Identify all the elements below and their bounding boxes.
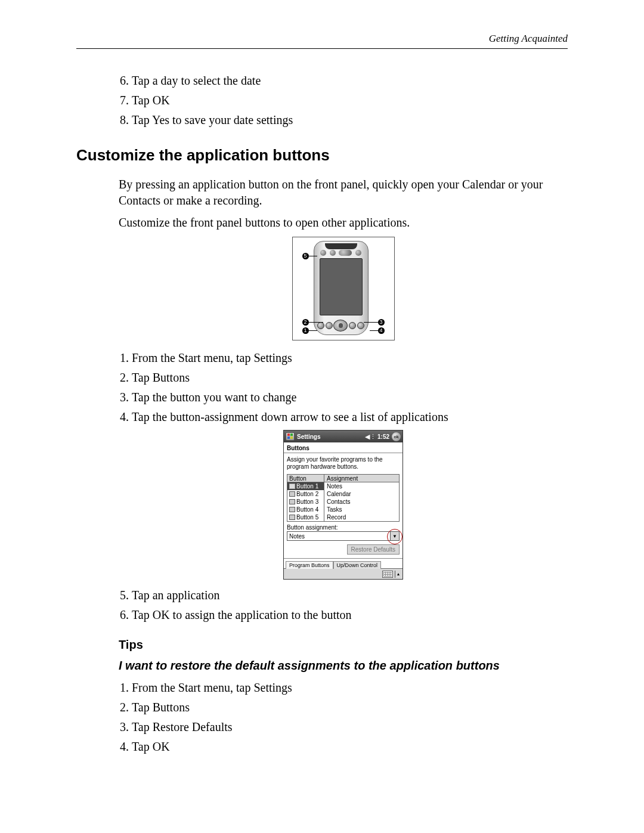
cell-assignment: Calendar <box>324 491 399 497</box>
cell-assignment: Contacts <box>324 498 399 505</box>
button-assignment-table: Button Assignment Button 1NotesButton 2C… <box>287 474 400 522</box>
row-icon <box>289 491 295 497</box>
table-row[interactable]: Button 3Contacts <box>287 498 399 506</box>
list-item: Tap Yes to save your date settings <box>132 112 568 128</box>
row-icon <box>289 499 295 504</box>
chevron-down-icon[interactable]: ▼ <box>390 532 399 540</box>
cell-button: Button 3 <box>287 498 324 506</box>
table-row[interactable]: Button 1Notes <box>287 482 399 490</box>
section-label: Buttons <box>284 442 402 453</box>
cell-assignment: Tasks <box>324 506 399 513</box>
settings-screenshot-figure: Settings ◀⋮ 1:52 ok Buttons Assign your … <box>119 430 568 580</box>
tab-up-down-control[interactable]: Up/Down Control <box>333 561 382 569</box>
speaker-icon[interactable]: ◀⋮ <box>365 433 376 441</box>
start-flag-icon[interactable] <box>286 432 295 441</box>
titlebar-title: Settings <box>297 433 365 440</box>
list-item: Tap Buttons <box>132 370 568 386</box>
sip-up-icon[interactable]: ▴ <box>395 571 401 578</box>
table-row[interactable]: Button 2Calendar <box>287 490 399 498</box>
tips-heading: Tips <box>119 638 568 652</box>
device-figure: 5 2 1 3 4 <box>119 237 568 343</box>
svg-rect-0 <box>287 433 290 436</box>
ok-button[interactable]: ok <box>392 432 401 441</box>
list-item: Tap Restore Defaults <box>132 719 568 735</box>
cell-assignment: Record <box>324 514 399 521</box>
device-body <box>314 241 369 335</box>
section-heading: Customize the application buttons <box>76 146 568 165</box>
col-header-button: Button <box>287 475 324 482</box>
keyboard-icon[interactable] <box>382 571 393 578</box>
button-assignment-label: Button assignment: <box>284 522 402 531</box>
list-item: Tap OK to assign the application to the … <box>132 607 568 623</box>
svg-rect-2 <box>287 436 290 439</box>
callout-5: 5 <box>302 253 309 259</box>
intro-paragraph-2: Customize the front panel buttons to ope… <box>119 215 568 231</box>
callout-4: 4 <box>378 327 385 334</box>
cell-button: Button 4 <box>287 506 324 513</box>
instruction-text: Assign your favorite programs to the pro… <box>284 453 402 474</box>
cell-assignment: Notes <box>324 483 399 490</box>
steps-list-customize: From the Start menu, tap SettingsTap But… <box>119 350 568 425</box>
callout-3: 3 <box>378 319 385 326</box>
list-item: Tap an application <box>132 587 568 603</box>
svg-rect-3 <box>290 436 293 439</box>
tab-program-buttons[interactable]: Program Buttons <box>286 561 333 569</box>
list-item: Tap the button-assignment down arrow to … <box>132 409 568 425</box>
cell-button: Button 2 <box>287 490 324 498</box>
titlebar-time: 1:52 <box>377 433 389 440</box>
callout-2: 2 <box>302 319 309 326</box>
table-header: Button Assignment <box>287 475 399 482</box>
table-row[interactable]: Button 5Record <box>287 513 399 521</box>
titlebar: Settings ◀⋮ 1:52 ok <box>284 431 402 442</box>
dropdown-value: Notes <box>287 533 390 540</box>
svg-rect-1 <box>290 433 293 436</box>
row-icon <box>289 507 295 512</box>
restore-defaults-button[interactable]: Restore Defaults <box>347 544 400 555</box>
callout-1: 1 <box>302 327 309 334</box>
bottom-bar: ▴ <box>284 568 402 579</box>
steps-list-tips: From the Start menu, tap SettingsTap But… <box>119 680 568 755</box>
list-item: Tap Buttons <box>132 699 568 716</box>
list-item: Tap OK <box>132 92 568 109</box>
row-icon <box>289 484 295 489</box>
list-item: From the Start menu, tap Settings <box>132 680 568 696</box>
intro-paragraph-1: By pressing an application button on the… <box>119 176 568 209</box>
button-assignment-dropdown[interactable]: Notes ▼ <box>287 531 400 541</box>
header-rule <box>76 48 568 49</box>
header-chapter-title: Getting Acquainted <box>76 33 568 45</box>
list-item: Tap OK <box>132 739 568 755</box>
col-header-assignment: Assignment <box>324 475 399 482</box>
row-icon <box>289 515 295 520</box>
table-row[interactable]: Button 4Tasks <box>287 506 399 513</box>
cell-button: Button 5 <box>287 513 324 521</box>
list-item: Tap the button you want to change <box>132 389 568 405</box>
list-item: Tap a day to select the date <box>132 73 568 89</box>
tab-strip: Program Buttons Up/Down Control <box>284 558 402 568</box>
cell-button: Button 1 <box>287 482 324 490</box>
steps-list-top: Tap a day to select the dateTap OKTap Ye… <box>119 73 568 128</box>
list-item: From the Start menu, tap Settings <box>132 350 568 366</box>
steps-list-customize-cont: Tap an applicationTap OK to assign the a… <box>119 587 568 623</box>
tip-title: I want to restore the default assignment… <box>119 659 568 673</box>
